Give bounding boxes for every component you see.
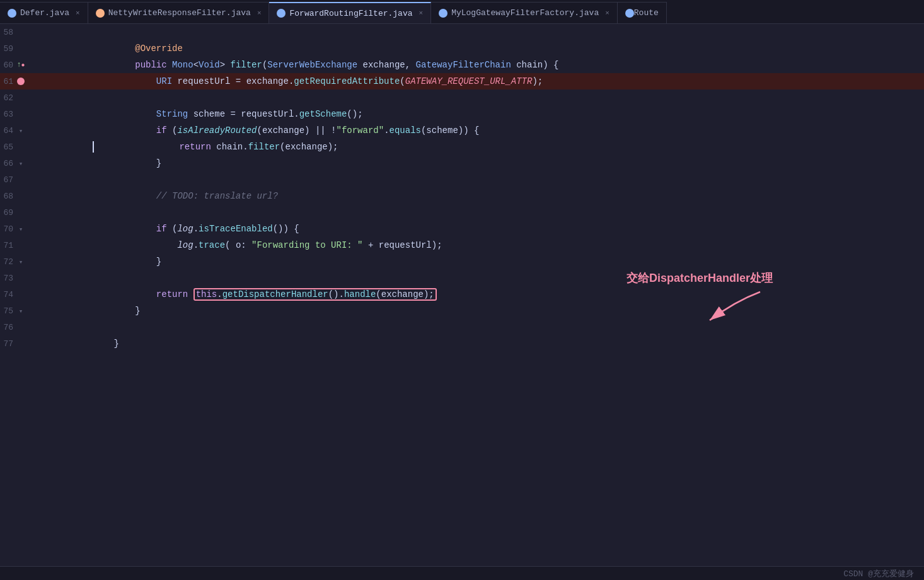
gutter-59 (16, 44, 26, 54)
code-container: 58 59 @Override 60 (0, 24, 924, 580)
tab-route[interactable]: Route (618, 2, 667, 23)
tab-netty[interactable]: NettyWriteResponseFilter.java × (88, 2, 270, 23)
tab-close-defer[interactable]: × (76, 9, 80, 17)
gutter-63 (16, 109, 26, 119)
gutter-72: ▾ (16, 257, 26, 267)
gutter-77 (16, 339, 26, 349)
tab-forward[interactable]: ForwardRoutingFilter.java × (269, 2, 431, 23)
status-bar: CSDN @充充爱健身 (0, 566, 924, 580)
linenum-61: 61 (0, 73, 35, 90)
gutter-76 (16, 322, 26, 332)
tab-icon-defer (8, 9, 16, 18)
linenum-70: 70 ▾ (0, 221, 35, 237)
gutter-67 (16, 175, 26, 185)
linenum-60: 60 ↑ ● (0, 57, 35, 73)
gutter-75: ▾ (16, 306, 26, 316)
linenum-73: 73 (0, 270, 35, 286)
linenum-75: 75 ▾ (0, 303, 35, 319)
line-75: 75 ▾ } (0, 303, 924, 319)
linenum-66: 66 ▾ (0, 155, 35, 171)
tab-close-forward[interactable]: × (419, 9, 424, 17)
watermark: CSDN @充充爱健身 (843, 568, 914, 579)
tab-label-defer: Defer.java (20, 8, 69, 18)
linenum-77: 77 (0, 335, 35, 352)
gutter-58 (16, 27, 26, 37)
linecontent-77: } (35, 319, 924, 368)
tab-label-route: Route (634, 8, 659, 18)
tab-icon-forward (277, 9, 286, 18)
line-77: 77 } (0, 335, 924, 352)
linenum-58: 58 (0, 24, 35, 40)
line-66: 66 ▾ } (0, 155, 924, 171)
gutter-61 (16, 76, 26, 86)
gutter-68 (16, 191, 26, 201)
linenum-63: 63 (0, 106, 35, 122)
tab-label-mylog: MyLogGatewayFilterFactory.java (451, 8, 599, 18)
gutter-60: ↑ ● (16, 60, 26, 70)
tab-mylog[interactable]: MyLogGatewayFilterFactory.java × (431, 2, 618, 23)
linenum-62: 62 (0, 90, 35, 106)
linenum-76: 76 (0, 319, 35, 335)
tab-label-netty: NettyWriteResponseFilter.java (108, 8, 251, 18)
line-61: 61 URI requestUrl = exchange.getRequired… (0, 73, 924, 90)
line-68: 68 // TODO: translate url? (0, 188, 924, 204)
linenum-64: 64 ▾ (0, 122, 35, 139)
tab-close-netty[interactable]: × (257, 9, 262, 17)
gutter-73 (16, 273, 26, 283)
linenum-65: 65 (0, 139, 35, 155)
gutter-71 (16, 240, 26, 250)
gutter-64: ▾ (16, 125, 26, 136)
linenum-67: 67 (0, 171, 35, 188)
tab-icon-netty (96, 9, 105, 18)
tab-icon-route (625, 9, 634, 18)
tab-close-mylog[interactable]: × (605, 9, 609, 17)
gutter-62 (16, 93, 26, 103)
linenum-59: 59 (0, 40, 35, 57)
tab-defer[interactable]: Defer.java × (0, 2, 88, 23)
linenum-71: 71 (0, 237, 35, 253)
code-area: 58 59 @Override 60 (0, 24, 924, 566)
gutter-65 (16, 142, 26, 152)
tab-label-forward: ForwardRoutingFilter.java (289, 9, 412, 18)
gutter-66: ▾ (16, 158, 26, 168)
tab-icon-mylog (439, 9, 448, 18)
tab-bar: Defer.java × NettyWriteResponseFilter.ja… (0, 0, 924, 24)
linenum-69: 69 (0, 204, 35, 221)
linenum-72: 72 ▾ (0, 253, 35, 270)
gutter-70: ▾ (16, 224, 26, 234)
gutter-74 (16, 289, 26, 299)
gutter-69 (16, 207, 26, 218)
linenum-68: 68 (0, 188, 35, 204)
linenum-74: 74 (0, 286, 35, 303)
